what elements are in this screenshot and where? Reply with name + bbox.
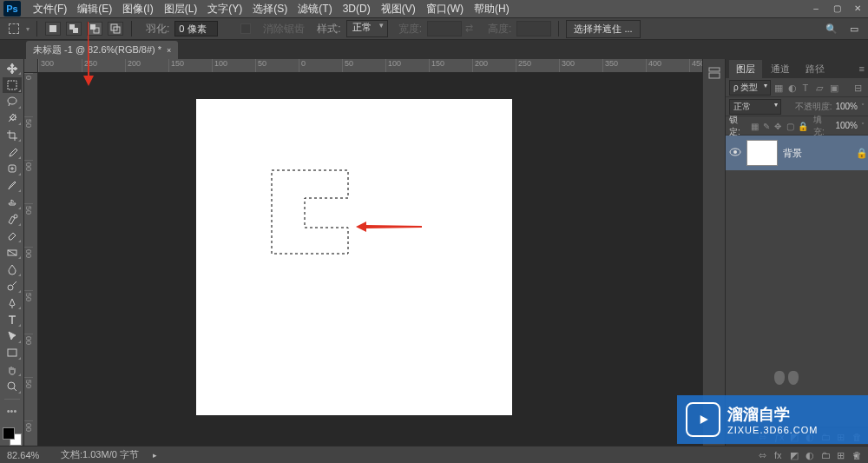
canvas-area[interactable]: 3002502001501005005010015020025030035040… <box>24 59 702 446</box>
tool-preset-icon[interactable] <box>5 21 23 36</box>
eraser-tool[interactable] <box>3 228 22 243</box>
maximize-button[interactable]: ▢ <box>830 2 844 14</box>
lock-transparency-icon[interactable]: ▦ <box>751 122 759 130</box>
pen-tool[interactable] <box>3 295 22 310</box>
document-tab[interactable]: 未标题 -1 @ 82.6%(RGB/8#) * × <box>26 41 178 59</box>
visibility-icon[interactable] <box>729 146 741 160</box>
blur-tool[interactable] <box>3 261 22 276</box>
footprint-icon <box>774 371 799 385</box>
dodge-tool[interactable] <box>3 279 22 294</box>
selection-intersect-icon[interactable] <box>108 22 123 36</box>
menu-edit[interactable]: 编辑(E) <box>72 2 117 17</box>
menu-view[interactable]: 视图(V) <box>376 2 421 17</box>
svg-point-10 <box>14 215 17 218</box>
menu-help[interactable]: 帮助(H) <box>469 2 515 17</box>
vertical-ruler[interactable]: 05000500050005000 <box>24 59 38 446</box>
filter-type-icon[interactable]: T <box>802 83 812 93</box>
svg-point-18 <box>733 150 737 154</box>
document-info[interactable]: 文档:1.03M/0 字节 <box>61 448 139 461</box>
menu-select[interactable]: 选择(S) <box>247 2 293 17</box>
fill-label: 填充: <box>813 114 832 138</box>
close-button[interactable]: ✕ <box>851 2 865 14</box>
lock-artboard-icon[interactable]: ▢ <box>786 122 794 130</box>
layer-row-background[interactable]: 背景 🔒 <box>726 136 868 170</box>
clone-stamp-tool[interactable] <box>3 195 22 209</box>
refine-edge-button[interactable]: 选择并遮住 ... <box>566 20 640 38</box>
menu-layer[interactable]: 图层(L) <box>159 2 203 17</box>
history-panel-icon[interactable] <box>707 66 721 80</box>
filter-adjustment-icon[interactable]: ◐ <box>788 83 799 93</box>
brush-tool[interactable] <box>3 178 22 193</box>
search-icon[interactable]: 🔍 <box>823 21 840 36</box>
svg-point-14 <box>8 382 15 389</box>
foreground-color-swatch[interactable] <box>3 427 15 440</box>
lasso-tool[interactable] <box>3 95 22 109</box>
healing-brush-tool[interactable] <box>3 162 22 176</box>
ruler-origin[interactable] <box>24 59 38 73</box>
lock-all-icon[interactable]: 🔒 <box>798 122 806 130</box>
filter-pixel-icon[interactable]: ▦ <box>774 83 785 93</box>
opacity-value[interactable]: 100% <box>835 102 858 111</box>
magic-wand-tool[interactable] <box>3 111 22 126</box>
tab-channels[interactable]: 通道 <box>764 60 797 78</box>
status-icon-1[interactable]: ⬄ <box>759 450 769 460</box>
status-mask-icon[interactable]: ◩ <box>790 450 800 460</box>
style-label: 样式: <box>317 22 340 36</box>
document-canvas[interactable] <box>196 99 512 415</box>
blend-mode-dropdown[interactable]: 正常 <box>729 99 781 115</box>
path-selection-tool[interactable] <box>3 329 22 344</box>
doc-info-flyout-icon[interactable]: ▸ <box>149 451 161 460</box>
options-bar: ▾ 羽化: 消除锯齿 样式: 正常 宽度: ⇄ 高度: 选择并遮住 ... 🔍 … <box>0 17 868 40</box>
lock-pixels-icon[interactable]: ✎ <box>763 122 771 130</box>
crop-tool[interactable] <box>3 128 22 142</box>
filter-smart-icon[interactable]: ▣ <box>830 83 840 93</box>
horizontal-ruler[interactable]: 3002502001501005005010015020025030035040… <box>38 59 702 73</box>
edit-toolbar-icon[interactable]: ••• <box>3 404 22 419</box>
svg-rect-13 <box>8 349 16 356</box>
selection-new-icon[interactable] <box>45 22 61 36</box>
zoom-level[interactable]: 82.64% <box>7 450 50 460</box>
zoom-tool[interactable] <box>3 379 22 394</box>
style-dropdown[interactable]: 正常 <box>346 20 388 37</box>
width-input <box>427 21 462 36</box>
fill-value[interactable]: 100% <box>835 121 858 130</box>
filter-toggle-icon[interactable]: ⊟ <box>854 83 865 93</box>
feather-input[interactable] <box>174 21 218 36</box>
menu-type[interactable]: 文字(Y) <box>202 2 247 17</box>
selection-add-icon[interactable] <box>66 22 82 36</box>
layer-kind-filter[interactable]: ρ 类型 <box>729 80 771 96</box>
status-new-icon[interactable]: ⊞ <box>837 450 847 460</box>
eyedropper-tool[interactable] <box>3 144 22 159</box>
workspace-icon[interactable]: ▭ <box>845 21 863 36</box>
menu-3d[interactable]: 3D(D) <box>338 3 376 15</box>
menu-window[interactable]: 窗口(W) <box>421 2 469 17</box>
tab-paths[interactable]: 路径 <box>799 60 832 78</box>
status-trash-icon[interactable]: 🗑 <box>852 450 863 460</box>
color-swatches[interactable] <box>3 427 22 446</box>
menu-image[interactable]: 图像(I) <box>117 2 158 17</box>
status-bar: 82.64% 文档:1.03M/0 字节 ▸ ◂ ⬄ fx ◩ ◐ 🗀 ⊞ 🗑 <box>0 446 868 463</box>
layer-name[interactable]: 背景 <box>783 147 851 160</box>
height-label: 高度: <box>488 22 511 36</box>
tab-close-icon[interactable]: × <box>167 46 171 55</box>
minimize-button[interactable]: – <box>809 2 823 14</box>
tab-layers[interactable]: 图层 <box>729 60 762 78</box>
gradient-tool[interactable] <box>3 245 22 260</box>
panel-menu-icon[interactable]: ≡ <box>856 61 868 76</box>
type-tool[interactable] <box>3 312 22 327</box>
rectangle-tool[interactable] <box>3 346 22 360</box>
layer-thumbnail[interactable] <box>746 140 778 166</box>
status-fx-icon[interactable]: fx <box>774 450 785 460</box>
menu-filter[interactable]: 滤镜(T) <box>293 2 337 17</box>
menu-file[interactable]: 文件(F) <box>28 2 72 17</box>
move-tool[interactable] <box>3 61 22 76</box>
lock-position-icon[interactable]: ✥ <box>774 122 782 130</box>
status-folder-icon[interactable]: 🗀 <box>821 450 832 460</box>
hand-tool[interactable] <box>3 362 22 377</box>
filter-shape-icon[interactable]: ▱ <box>816 83 826 93</box>
width-label: 宽度: <box>398 22 422 36</box>
status-adjust-icon[interactable]: ◐ <box>806 450 816 460</box>
annotation-arrow-left <box>354 219 424 236</box>
marquee-tool[interactable] <box>3 77 22 92</box>
history-brush-tool[interactable] <box>3 212 22 227</box>
